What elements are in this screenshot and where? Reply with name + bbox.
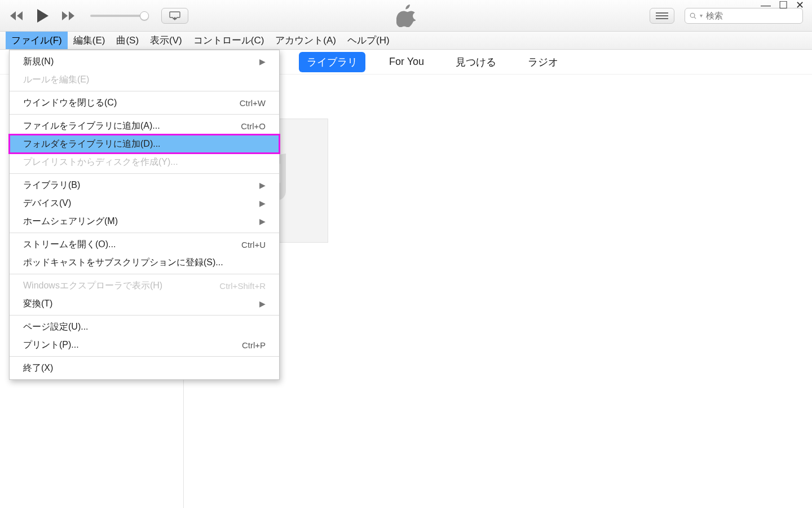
menu-edit[interactable]: 編集(E): [68, 32, 111, 49]
menu-item[interactable]: 終了(X): [10, 359, 279, 377]
menu-item-shortcut: Ctrl+W: [240, 98, 266, 108]
menu-item[interactable]: ポッドキャストをサブスクリプションに登録(S)...: [10, 253, 279, 271]
file-menu-dropdown: 新規(N)▶ルールを編集(E)ウインドウを閉じる(C)Ctrl+Wファイルをライ…: [9, 50, 280, 380]
chevron-right-icon: ▶: [259, 217, 266, 226]
tab-library[interactable]: ライブラリ: [299, 52, 365, 72]
playback-controls: [9, 8, 188, 24]
menu-item-shortcut: Ctrl+P: [242, 340, 266, 350]
menu-help[interactable]: ヘルプ(H): [342, 32, 395, 49]
apple-logo-icon: [396, 5, 416, 27]
search-icon: [690, 12, 696, 20]
menu-item[interactable]: 新規(N)▶: [10, 52, 279, 71]
menu-item: Windowsエクスプローラで表示(H)Ctrl+Shift+R: [10, 277, 279, 295]
menu-item-label: Windowsエクスプローラで表示(H): [23, 280, 162, 292]
menu-item-label: ホームシェアリング(M): [23, 216, 118, 227]
next-track-button[interactable]: [61, 10, 77, 21]
menu-item[interactable]: ページ設定(U)...: [10, 318, 279, 336]
menu-separator: [10, 233, 279, 233]
airplay-button[interactable]: [161, 8, 188, 24]
menu-controls[interactable]: コントロール(C): [188, 32, 270, 49]
menu-item-label: フォルダをライブラリに追加(D)...: [23, 138, 161, 150]
previous-track-button[interactable]: [9, 10, 25, 21]
menu-item-label: ストリームを開く(O)...: [23, 239, 116, 251]
menu-item[interactable]: ホームシェアリング(M)▶: [10, 212, 279, 230]
tab-radio[interactable]: ラジオ: [520, 52, 566, 72]
menu-item[interactable]: デバイス(V)▶: [10, 194, 279, 212]
menu-item-label: プレイリストからディスクを作成(Y)...: [23, 156, 178, 168]
menu-item-label: ルールを編集(E): [23, 74, 89, 86]
menu-separator: [10, 91, 279, 91]
chevron-right-icon: ▶: [259, 199, 266, 208]
menu-item[interactable]: 変換(T)▶: [10, 295, 279, 313]
up-next-button[interactable]: [650, 8, 674, 24]
chevron-right-icon: ▶: [259, 299, 266, 308]
volume-knob[interactable]: [140, 11, 149, 20]
menu-view[interactable]: 表示(V): [144, 32, 188, 49]
minimize-button[interactable]: —: [761, 0, 771, 11]
svg-point-3: [690, 13, 695, 17]
tab-browse[interactable]: 見つける: [448, 52, 504, 72]
menu-item-label: ファイルをライブラリに追加(A)...: [23, 120, 160, 132]
menu-item-label: デバイス(V): [23, 198, 71, 209]
menu-item-shortcut: Ctrl+O: [241, 121, 266, 131]
menu-item-label: ライブラリ(B): [23, 179, 80, 191]
menu-item: プレイリストからディスクを作成(Y)...: [10, 153, 279, 171]
menu-bar: ファイル(F) 編集(E) 曲(S) 表示(V) コントロール(C) アカウント…: [0, 32, 812, 50]
window-controls: — ☐ ✕: [761, 0, 804, 11]
svg-line-4: [694, 17, 696, 19]
volume-slider[interactable]: [90, 15, 144, 17]
menu-separator: [10, 173, 279, 174]
menu-item[interactable]: ウインドウを閉じる(C)Ctrl+W: [10, 94, 279, 112]
menu-item-label: 変換(T): [23, 298, 52, 310]
search-chevron-icon: ▾: [700, 12, 703, 19]
menu-item-shortcut: Ctrl+Shift+R: [219, 281, 266, 291]
menu-separator: [10, 356, 279, 357]
menu-item[interactable]: ファイルをライブラリに追加(A)...Ctrl+O: [10, 117, 279, 135]
menu-item-label: 新規(N): [23, 56, 54, 68]
svg-rect-0: [656, 12, 668, 14]
chevron-right-icon: ▶: [259, 57, 266, 66]
menu-item-shortcut: Ctrl+U: [241, 240, 266, 249]
menu-item-label: ページ設定(U)...: [23, 321, 89, 333]
menu-item-label: 終了(X): [23, 362, 53, 374]
menu-item[interactable]: プリント(P)...Ctrl+P: [10, 336, 279, 354]
tab-for-you[interactable]: For You: [381, 52, 432, 71]
menu-item-label: ポッドキャストをサブスクリプションに登録(S)...: [23, 257, 223, 269]
close-button[interactable]: ✕: [796, 0, 804, 11]
search-input[interactable]: [706, 11, 798, 20]
chevron-right-icon: ▶: [259, 181, 266, 190]
menu-song[interactable]: 曲(S): [111, 32, 144, 49]
menu-item[interactable]: ストリームを開く(O)...Ctrl+U: [10, 235, 279, 253]
menu-item[interactable]: フォルダをライブラリに追加(D)...: [10, 135, 279, 153]
menu-item: ルールを編集(E): [10, 71, 279, 89]
menu-item[interactable]: ライブラリ(B)▶: [10, 176, 279, 194]
svg-rect-2: [656, 18, 668, 19]
menu-item-label: ウインドウを閉じる(C): [23, 97, 117, 109]
maximize-button[interactable]: ☐: [779, 0, 788, 11]
player-bar: — ☐ ✕ ▾: [0, 0, 812, 32]
menu-separator: [10, 114, 279, 115]
menu-file[interactable]: ファイル(F): [6, 32, 68, 49]
menu-item-label: プリント(P)...: [23, 339, 79, 351]
play-button[interactable]: [36, 8, 50, 23]
svg-rect-1: [656, 15, 668, 16]
menu-separator: [10, 274, 279, 274]
menu-account[interactable]: アカウント(A): [270, 32, 342, 49]
menu-separator: [10, 315, 279, 316]
